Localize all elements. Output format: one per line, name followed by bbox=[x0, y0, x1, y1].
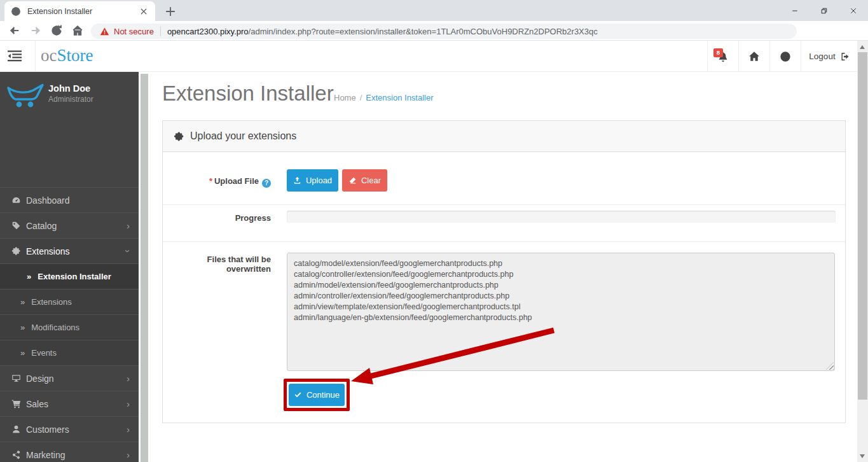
not-secure-label[interactable]: Not secure bbox=[114, 27, 154, 36]
progress-bar bbox=[287, 211, 836, 223]
sidebar-item-label: Customers bbox=[26, 424, 69, 435]
admin-header: ocStore 8 Logout bbox=[0, 41, 868, 72]
sidebar-item-design[interactable]: Design› bbox=[0, 365, 139, 391]
logout-label: Logout bbox=[809, 52, 835, 61]
forward-button[interactable] bbox=[29, 24, 42, 37]
puzzle-icon bbox=[11, 246, 21, 256]
breadcrumb-current[interactable]: Extension Installer bbox=[366, 93, 433, 102]
annotation-highlight-box: Continue bbox=[284, 379, 350, 411]
screen: Extension Installer Not secure opencart2… bbox=[0, 0, 868, 462]
addressbar-divider bbox=[160, 26, 161, 36]
chevron-right-icon: › bbox=[127, 424, 130, 435]
browser-home-button[interactable] bbox=[71, 24, 84, 37]
double-angle-icon: » bbox=[27, 272, 31, 281]
window-scrollbar[interactable] bbox=[857, 41, 868, 462]
storefront-home-button[interactable] bbox=[738, 41, 769, 72]
required-marker: * bbox=[209, 176, 212, 186]
logout-button[interactable]: Logout bbox=[801, 41, 858, 72]
sidebar-item-catalog[interactable]: Catalog› bbox=[0, 213, 139, 238]
window-close-button[interactable] bbox=[839, 0, 868, 21]
sidebar-scrollbar bbox=[141, 74, 148, 462]
breadcrumb-home[interactable]: Home bbox=[334, 93, 356, 102]
page-title: Extension Installer bbox=[162, 81, 334, 106]
scroll-down-icon[interactable] bbox=[860, 454, 865, 458]
eraser-icon bbox=[348, 176, 357, 185]
chevron-down-icon: › bbox=[123, 249, 134, 253]
sidebar: John Doe Administrator DashboardCatalog›… bbox=[0, 72, 139, 462]
browser-tab[interactable]: Extension Installer bbox=[4, 1, 155, 21]
sidebar-item-label: Dashboard bbox=[26, 195, 70, 206]
sidebar-toggle-icon[interactable] bbox=[8, 50, 22, 62]
window-scrollbar-thumb[interactable] bbox=[858, 52, 867, 400]
check-icon bbox=[294, 391, 302, 399]
sidebar-item-label: Extensions bbox=[31, 297, 72, 307]
sidebar-item-label: Events bbox=[31, 348, 57, 358]
sidebar-item-label: Extensions bbox=[26, 246, 69, 256]
share-icon bbox=[11, 450, 21, 459]
tab-close-icon[interactable] bbox=[139, 6, 149, 17]
row-separator bbox=[163, 204, 845, 205]
files-overwritten-label: Files that will be overwritten bbox=[163, 255, 271, 274]
double-angle-icon: » bbox=[20, 323, 25, 332]
sidebar-menu: DashboardCatalog›Extensions›»Extension I… bbox=[0, 187, 139, 462]
tab-title: Extension Installer bbox=[27, 7, 139, 16]
sidebar-item-label: Sales bbox=[26, 399, 48, 409]
sidebar-item-customers[interactable]: Customers› bbox=[0, 416, 139, 442]
header-divider bbox=[35, 41, 36, 72]
browser-tab-strip: Extension Installer bbox=[0, 0, 868, 21]
ocstore-logo[interactable]: ocStore bbox=[41, 46, 93, 66]
user-icon bbox=[11, 424, 21, 434]
user-name: John Doe bbox=[48, 83, 93, 94]
files-overwritten-textarea[interactable] bbox=[287, 253, 835, 371]
upload-button[interactable]: Upload bbox=[287, 169, 338, 192]
not-secure-warning-icon[interactable] bbox=[100, 27, 109, 36]
user-role: Administrator bbox=[48, 95, 93, 104]
url-path: /admin/index.php?route=extension/install… bbox=[249, 27, 598, 36]
double-angle-icon: » bbox=[20, 297, 25, 307]
sign-out-icon bbox=[840, 52, 850, 62]
continue-button[interactable]: Continue bbox=[289, 384, 345, 406]
clear-button[interactable]: Clear bbox=[342, 169, 387, 192]
url-host: opencart2300.pixy.pro bbox=[167, 27, 249, 36]
main-content: Extension Installer Home/Extension Insta… bbox=[148, 72, 857, 462]
submenu-item-extensions[interactable]: »Extensions bbox=[0, 289, 139, 314]
panel-title: Upload your extensions bbox=[190, 130, 296, 142]
submenu-item-events[interactable]: »Events bbox=[0, 340, 139, 365]
upload-panel: Upload your extensions *Upload File? Upl… bbox=[162, 120, 846, 423]
globe-favicon-icon bbox=[11, 6, 21, 17]
new-tab-button[interactable] bbox=[164, 5, 177, 18]
sidebar-item-label: Design bbox=[26, 374, 54, 384]
address-bar[interactable]: Not secure opencart2300.pixy.pro/admin/i… bbox=[91, 24, 797, 39]
window-restore-button[interactable] bbox=[809, 0, 839, 21]
notification-badge: 8 bbox=[713, 48, 723, 57]
row-separator bbox=[163, 241, 845, 242]
sidebar-item-dashboard[interactable]: Dashboard bbox=[0, 187, 139, 213]
submenu-item-modifications[interactable]: »Modifications bbox=[0, 314, 139, 340]
sidebar-item-label: Marketing bbox=[26, 450, 65, 460]
chevron-right-icon: › bbox=[127, 449, 130, 460]
sidebar-item-extensions[interactable]: Extensions› bbox=[0, 238, 139, 263]
submenu-item-extension-installer[interactable]: »Extension Installer bbox=[0, 263, 139, 289]
scroll-up-icon[interactable] bbox=[860, 45, 865, 49]
sidebar-item-label: Extension Installer bbox=[38, 272, 111, 281]
chevron-right-icon: › bbox=[127, 398, 130, 409]
reload-button[interactable] bbox=[50, 24, 63, 37]
sidebar-item-label: Modifications bbox=[31, 323, 79, 332]
progress-label: Progress bbox=[163, 213, 271, 223]
files-overwritten-field bbox=[287, 253, 835, 371]
window-minimize-button[interactable] bbox=[780, 0, 809, 21]
sidebar-item-label: Catalog bbox=[26, 221, 57, 231]
life-ring-icon bbox=[780, 51, 791, 62]
help-tooltip-icon[interactable]: ? bbox=[262, 179, 271, 188]
puzzle-icon bbox=[174, 131, 184, 142]
breadcrumb: Home/Extension Installer bbox=[334, 93, 434, 102]
help-button[interactable] bbox=[769, 41, 801, 72]
back-button[interactable] bbox=[8, 24, 21, 37]
double-angle-icon: » bbox=[20, 348, 25, 358]
sidebar-scrollbar-thumb[interactable] bbox=[141, 74, 148, 462]
home-icon bbox=[748, 51, 760, 62]
sidebar-item-marketing[interactable]: Marketing› bbox=[0, 442, 139, 462]
breadcrumb-separator: / bbox=[360, 93, 362, 102]
sidebar-item-sales[interactable]: Sales› bbox=[0, 391, 139, 416]
upload-icon bbox=[293, 176, 301, 185]
